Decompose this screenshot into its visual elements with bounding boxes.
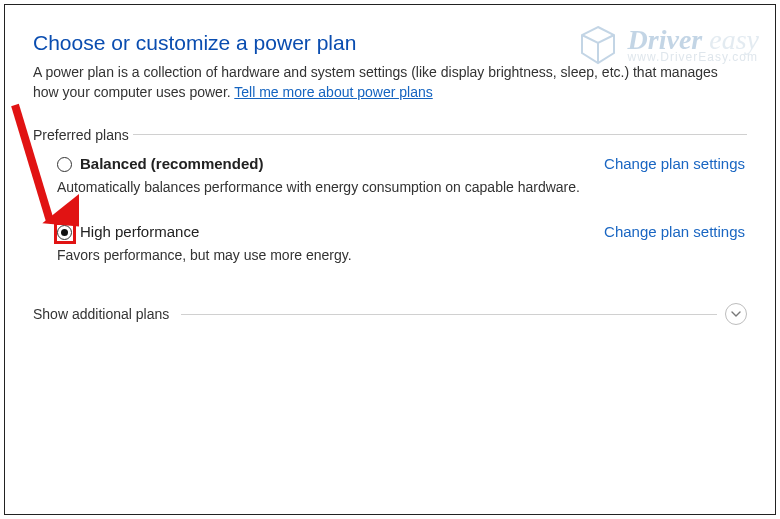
page-title: Choose or customize a power plan xyxy=(33,31,747,55)
change-settings-high-performance[interactable]: Change plan settings xyxy=(604,223,745,240)
additional-plans-row[interactable]: Show additional plans xyxy=(33,303,747,325)
additional-plans-label: Show additional plans xyxy=(33,306,173,322)
plans-list: Balanced (recommended) Automatically bal… xyxy=(33,135,747,263)
chevron-down-icon xyxy=(730,308,742,320)
preferred-plans-group: Preferred plans Balanced (recommended) A… xyxy=(33,118,747,263)
plan-balanced-desc: Automatically balances performance with … xyxy=(57,179,604,195)
power-options-panel: Choose or customize a power plan A power… xyxy=(4,4,776,515)
preferred-plans-legend: Preferred plans xyxy=(33,127,133,143)
expand-additional-plans-button[interactable] xyxy=(725,303,747,325)
plan-balanced: Balanced (recommended) Automatically bal… xyxy=(33,153,747,195)
plan-high-performance: High performance Favors performance, but… xyxy=(33,221,747,263)
plan-balanced-label: Balanced (recommended) xyxy=(80,155,263,173)
radio-balanced[interactable] xyxy=(57,157,72,172)
learn-more-link[interactable]: Tell me more about power plans xyxy=(234,84,432,100)
change-settings-balanced[interactable]: Change plan settings xyxy=(604,155,745,172)
intro-paragraph: A power plan is a collection of hardware… xyxy=(33,63,747,102)
plan-balanced-option[interactable]: Balanced (recommended) xyxy=(57,155,604,173)
plan-high-performance-label: High performance xyxy=(80,223,199,241)
plan-high-performance-option[interactable]: High performance xyxy=(57,223,604,241)
radio-selected-dot xyxy=(61,229,68,236)
divider xyxy=(181,314,717,315)
plan-high-performance-desc: Favors performance, but may use more ene… xyxy=(57,247,604,263)
radio-high-performance[interactable] xyxy=(57,225,72,240)
